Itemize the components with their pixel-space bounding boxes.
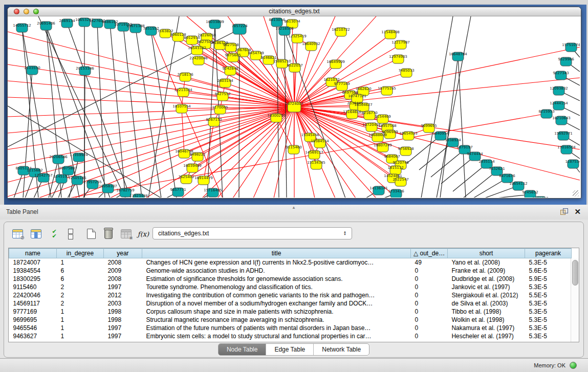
table-cell-pagerank[interactable]: 5.9E-5 — [525, 275, 572, 283]
graph-edge[interactable] — [8, 97, 294, 107]
table-cell-pagerank[interactable]: 5.3E-5 — [525, 258, 572, 267]
node-table[interactable]: namein_degreeyeartitle△ out_de…shortpage… — [8, 248, 579, 342]
table-cell-out_degree[interactable]: 0 — [411, 291, 448, 299]
table-cell-name[interactable]: 18300295 — [9, 275, 57, 283]
table-cell-name[interactable]: 18724007 — [9, 258, 57, 267]
table-cell-pagerank[interactable]: 5.3E-5 — [525, 308, 572, 316]
network-canvas[interactable]: 1872400771638228960128891293428226058982… — [8, 16, 580, 198]
graph-edge[interactable] — [294, 47, 580, 107]
column-header-short[interactable]: short — [447, 249, 525, 258]
table-cell-name[interactable]: 9115460 — [9, 283, 57, 291]
table-cell-year[interactable]: 1997 — [103, 324, 142, 332]
network-window-titlebar[interactable]: citations_edges.txt — [8, 7, 581, 16]
table-cell-year[interactable]: 1998 — [103, 316, 142, 324]
table-cell-out_degree[interactable]: 0 — [411, 316, 448, 324]
zoom-window-icon[interactable] — [33, 9, 39, 14]
tab-node-table[interactable]: Node Table — [219, 344, 266, 355]
table-row[interactable]: 911546021997Tourette syndrome. Phenomeno… — [9, 283, 572, 291]
table-cell-title[interactable]: Genome-wide association studies in ADHD. — [142, 267, 410, 275]
table-cell-short[interactable]: Nakamura et al. (1997) — [447, 324, 525, 332]
row-height-icon[interactable] — [63, 226, 78, 242]
window-resize-grip[interactable] — [573, 190, 579, 196]
column-header-in_degree[interactable]: in_degree — [56, 249, 103, 258]
table-cell-in_degree[interactable]: 6 — [56, 275, 103, 283]
table-cell-name[interactable]: 9777169 — [9, 308, 57, 316]
table-row[interactable]: 1872400712008Changes of HCN gene express… — [9, 258, 572, 267]
table-cell-pagerank[interactable]: 5.3E-5 — [525, 299, 572, 308]
table-cell-in_degree[interactable]: 2 — [56, 283, 103, 291]
table-cell-title[interactable]: Changes of HCN gene expression and I(f) … — [142, 258, 410, 267]
graph-edge[interactable] — [294, 107, 580, 149]
table-cell-in_degree[interactable]: 2 — [56, 299, 103, 308]
table-cell-out_degree[interactable]: 0 — [411, 308, 448, 316]
select-all-icon[interactable]: ✔✔ — [47, 226, 61, 242]
table-row[interactable]: 1830029562008Estimation of significance … — [9, 275, 572, 283]
table-cell-year[interactable]: 2003 — [103, 299, 142, 308]
graph-edge[interactable] — [421, 16, 453, 198]
close-window-icon[interactable] — [14, 9, 19, 14]
graph-edge[interactable] — [419, 142, 453, 170]
table-cell-short[interactable]: Franke et al. (2009) — [447, 267, 525, 275]
graph-edge[interactable] — [67, 23, 130, 198]
delete-column-icon[interactable] — [101, 226, 116, 242]
table-cell-pagerank[interactable]: 5.3E-5 — [525, 283, 572, 291]
table-scrollbar[interactable] — [571, 258, 579, 342]
table-cell-year[interactable]: 2009 — [103, 267, 142, 275]
table-cell-year[interactable]: 1997 — [103, 332, 142, 340]
table-cell-short[interactable]: Stergiakouli et al. (2012) — [447, 291, 525, 299]
close-panel-icon[interactable]: ✕ — [574, 207, 581, 217]
table-cell-title[interactable]: Embryonic stem cells: a model to study s… — [142, 332, 410, 340]
table-cell-title[interactable]: Estimation of significance thresholds fo… — [142, 275, 410, 283]
table-cell-year[interactable]: 2008 — [103, 275, 142, 283]
column-header-name[interactable]: name — [9, 249, 57, 258]
memory-status-icon[interactable] — [570, 362, 577, 369]
table-cell-out_degree[interactable]: 0 — [411, 267, 448, 275]
table-cell-pagerank[interactable]: 5.3E-5 — [525, 324, 572, 332]
graph-edge[interactable] — [38, 16, 125, 198]
table-cell-out_degree[interactable]: 0 — [411, 283, 448, 291]
table-cell-out_degree[interactable]: 0 — [411, 275, 448, 283]
graph-edge[interactable] — [8, 81, 294, 107]
table-cell-in_degree[interactable]: 1 — [56, 324, 103, 332]
table-cell-year[interactable]: 1998 — [103, 308, 142, 316]
table-cell-short[interactable]: de Silva et al. (2003) — [447, 299, 525, 308]
table-cell-year[interactable]: 2008 — [103, 258, 142, 267]
table-cell-name[interactable]: 19384554 — [9, 267, 57, 275]
create-column-icon[interactable] — [84, 226, 98, 242]
minimize-window-icon[interactable] — [24, 9, 29, 14]
table-cell-in_degree[interactable]: 1 — [56, 316, 103, 324]
table-cell-in_degree[interactable]: 2 — [56, 291, 103, 299]
column-header-out_degree[interactable]: △ out_de… — [411, 249, 448, 258]
table-cell-title[interactable]: Corpus callosum shape and size in male p… — [142, 308, 410, 316]
table-cell-short[interactable]: Jankovic et al. (1997) — [447, 283, 525, 291]
table-cell-in_degree[interactable]: 6 — [56, 267, 103, 275]
table-cell-in_degree[interactable]: 1 — [56, 258, 103, 267]
graph-edge[interactable] — [285, 31, 345, 198]
delete-table-icon[interactable]: ✖ — [119, 226, 133, 242]
table-cell-in_degree[interactable]: 1 — [56, 332, 103, 340]
table-cell-name[interactable]: 9699695 — [9, 316, 57, 324]
table-row[interactable]: 969969511998Structural magnetic resonanc… — [9, 316, 572, 324]
network-table-select[interactable]: citations_edges.txt ▲▼ — [153, 227, 352, 239]
column-header-title[interactable]: title — [142, 249, 410, 258]
table-cell-pagerank[interactable]: 5.6E-5 — [525, 267, 572, 275]
graph-edge[interactable] — [431, 149, 465, 177]
graph-edge[interactable] — [8, 32, 294, 107]
table-cell-title[interactable]: Structural magnetic resonance image aver… — [142, 316, 410, 324]
table-cell-title[interactable]: Estimation of the future numbers of pati… — [142, 324, 410, 332]
table-cell-out_degree[interactable]: 49 — [411, 258, 448, 267]
table-cell-short[interactable]: Tibbo et al. (1998) — [447, 308, 525, 316]
table-row[interactable]: 977716911998Corpus callosum shape and si… — [9, 308, 572, 316]
table-cell-year[interactable]: 1997 — [103, 283, 142, 291]
column-header-pagerank[interactable]: pagerank — [525, 249, 572, 258]
graph-edge[interactable] — [440, 56, 458, 198]
function-builder-icon[interactable]: ƒ(x) — [136, 226, 150, 242]
table-cell-short[interactable]: Yano et al. (2008) — [447, 258, 525, 267]
table-row[interactable]: 1456911722003Disruption of a novel membe… — [9, 299, 572, 308]
tab-edge-table[interactable]: Edge Table — [266, 344, 313, 355]
graph-edge[interactable] — [453, 164, 487, 191]
table-cell-title[interactable]: Disruption of a novel member of a sodium… — [142, 299, 410, 308]
table-cell-short[interactable]: Wolkin et al. (1998) — [447, 316, 525, 324]
table-cell-pagerank[interactable]: 5.3E-5 — [525, 332, 572, 340]
graph-edge[interactable] — [136, 28, 161, 198]
